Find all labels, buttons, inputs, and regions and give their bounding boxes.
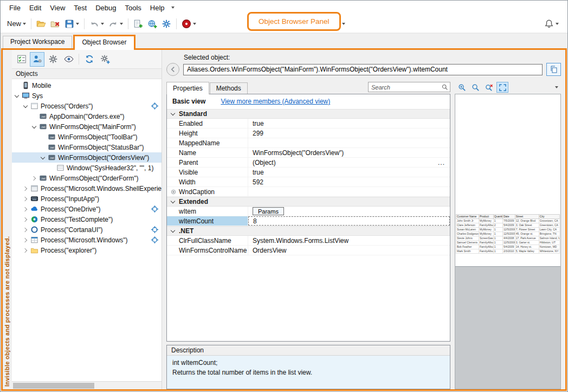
copy-button[interactable] [546, 63, 561, 76]
property-row-clrfullclassname[interactable]: ClrFullClassNameSystem.Windows.Forms.Lis… [167, 236, 450, 246]
menu-edit[interactable]: Edit [25, 2, 46, 14]
tree-item[interactable]: Process("CortanaUI") [12, 224, 162, 235]
category-extended[interactable]: Extended [167, 197, 450, 207]
show-hidden-objects-button[interactable] [61, 52, 76, 67]
tree-item[interactable]: Process("TestComplete") [12, 214, 162, 224]
tree-item[interactable]: Process("OneDrive") [12, 204, 162, 214]
property-row-width[interactable]: Width592 [167, 177, 450, 187]
zoom-in-button[interactable] [456, 82, 468, 93]
tree-horizontal-scrollbar[interactable] [12, 381, 162, 389]
highlight-on-screen-icon[interactable] [151, 226, 159, 234]
tree-expander-icon[interactable] [23, 207, 28, 212]
params-button[interactable]: Params [253, 207, 284, 215]
fit-to-window-button[interactable] [496, 82, 508, 93]
menu-file[interactable]: File [5, 2, 25, 14]
property-row-visible[interactable]: Visibletrue [167, 168, 450, 177]
chevron-down-icon [193, 23, 196, 25]
add-web-testing-button[interactable] [145, 17, 159, 30]
tree-expander-icon[interactable] [23, 227, 28, 233]
run-options-button[interactable] [159, 17, 173, 30]
property-row-witemcount[interactable]: wItemCount8 [167, 216, 450, 226]
tab-methods[interactable]: Methods [210, 82, 248, 94]
search-input[interactable] [371, 84, 441, 91]
property-row-enabled[interactable]: Enabledtrue [167, 119, 450, 128]
highlight-on-screen-icon[interactable] [151, 102, 159, 110]
tree-expander-icon[interactable] [40, 155, 46, 160]
open-project-button[interactable] [34, 17, 48, 30]
tree-expander-icon[interactable] [23, 217, 28, 222]
tree-expander-icon[interactable] [23, 196, 28, 202]
redo-button[interactable] [106, 17, 125, 30]
tree-item[interactable]: Process("InputApp") [12, 194, 162, 204]
preview-options-chevron-icon[interactable] [555, 86, 558, 88]
tree-expander-icon[interactable] [31, 124, 37, 130]
tab-properties[interactable]: Properties [166, 82, 209, 94]
tree-item[interactable]: .netWinFormsObject("OrdersView") [12, 152, 162, 163]
tree-expander-icon[interactable] [23, 186, 28, 191]
property-row-height[interactable]: Height299 [167, 128, 450, 138]
tree-item[interactable]: .netWinFormsObject("ToolBar") [12, 132, 162, 142]
expand-object-ellipsis[interactable]: ... [438, 159, 450, 166]
property-row-mappedname[interactable]: MappedName [167, 138, 450, 148]
add-item-button[interactable] [131, 17, 145, 30]
extended-find-button[interactable] [98, 52, 112, 67]
menu-test[interactable]: Test [69, 2, 91, 14]
tree-item[interactable]: Process("explorer") [12, 245, 162, 255]
tab-project-workspace[interactable]: Project Workspace [3, 36, 72, 48]
tree-expander-icon[interactable] [23, 104, 28, 109]
back-button[interactable] [166, 63, 179, 76]
tree-item[interactable]: Window("SysHeader32", "", 1) [12, 163, 162, 173]
tree-item[interactable]: Mobile [12, 80, 162, 91]
property-row-winformscontrolname[interactable]: WinFormsControlNameOrdersView [167, 246, 450, 255]
category-expander-icon[interactable] [170, 228, 176, 234]
tree-expander-icon[interactable] [23, 237, 28, 243]
tree-item[interactable]: .netWinFormsObject("OrderForm") [12, 173, 162, 183]
category-expander-icon[interactable] [170, 199, 176, 204]
category-standard[interactable]: Standard [167, 109, 450, 119]
property-row-name[interactable]: NameWinFormsObject("OrdersView") [167, 148, 450, 158]
property-row-witem[interactable]: wItemParams [167, 207, 450, 216]
record-button[interactable] [179, 17, 198, 30]
property-row-parent[interactable]: Parent(Object)... [167, 158, 450, 168]
zoom-off-button[interactable] [483, 82, 495, 93]
tree-item[interactable]: Process("Microsoft.Windows") [12, 235, 162, 245]
notifications-button[interactable] [542, 17, 561, 30]
tree-item[interactable]: Process("Orders") [12, 101, 162, 111]
tree-item[interactable]: Process("Microsoft.Windows.ShellExperien… [12, 183, 162, 194]
menu-debug[interactable]: Debug [91, 2, 120, 14]
highlight-on-screen-icon[interactable] [151, 236, 159, 244]
selected-object-field[interactable] [183, 64, 543, 75]
category-label: Standard [179, 110, 207, 118]
menu-view[interactable]: View [46, 2, 69, 14]
object-checklist-button[interactable] [14, 52, 29, 67]
tree-expander-icon[interactable] [14, 93, 20, 99]
category-expander-icon[interactable] [170, 111, 176, 117]
property-value: true [253, 169, 264, 176]
scrollbar-thumb[interactable] [13, 383, 94, 389]
advanced-view-link[interactable]: View more members (Advanced view) [221, 98, 330, 105]
tree-item[interactable]: .netWinFormsObject("StatusBar") [12, 142, 162, 152]
tree-item[interactable]: .netAppDomain("Orders.exe") [12, 111, 162, 121]
object-filter-button[interactable] [30, 52, 44, 67]
undo-button[interactable] [87, 17, 106, 30]
tree-item[interactable]: .netWinFormsObject("MainForm") [12, 121, 162, 132]
zoom-actual-button[interactable] [469, 82, 481, 93]
folder-close-icon [50, 19, 60, 29]
refresh-tree-button[interactable] [82, 52, 96, 67]
close-project-button[interactable] [48, 17, 62, 30]
save-button[interactable] [62, 17, 81, 30]
category-net[interactable]: .NET [167, 226, 450, 236]
highlight-on-screen-icon[interactable] [151, 205, 159, 213]
callout-object-browser-panel: Object Browser Panel [247, 12, 341, 31]
property-row-wndcaption[interactable]: WndCaption [167, 187, 450, 197]
svg-text:.net: .net [41, 177, 46, 180]
new-button[interactable]: New [5, 18, 28, 29]
tree-item[interactable]: Sys [12, 91, 162, 101]
tree-expander-icon[interactable] [23, 248, 28, 253]
tree-expander-icon[interactable] [31, 176, 37, 181]
tab-object-browser[interactable]: Object Browser [73, 35, 135, 50]
menu-help[interactable]: Help [146, 2, 169, 14]
menu-tools[interactable]: Tools [120, 2, 145, 14]
object-settings-button[interactable] [46, 52, 60, 67]
menu-overflow-chevron-icon[interactable] [171, 7, 175, 9]
